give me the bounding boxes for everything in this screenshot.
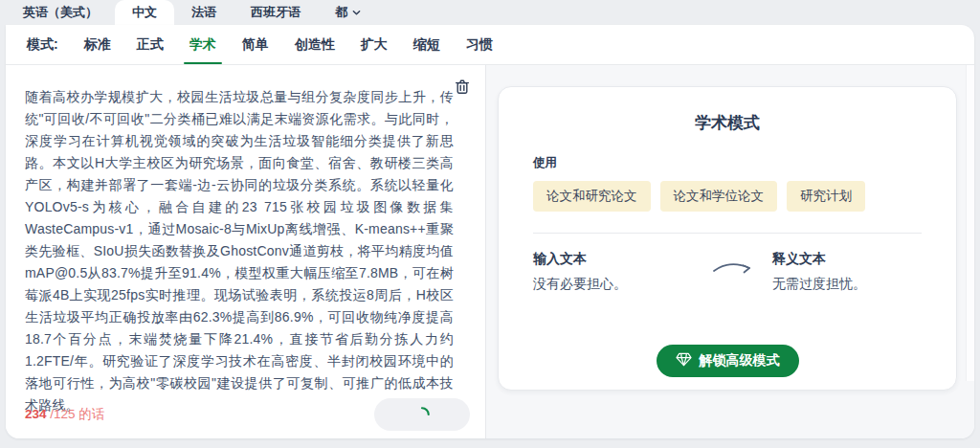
mode-custom[interactable]: 习惯 bbox=[466, 36, 493, 54]
paraphrase-button-loading[interactable] bbox=[374, 398, 470, 431]
lang-tab-label: 中文 bbox=[132, 4, 157, 21]
paraphraser-app: 英语（美式） 中文 法语 西班牙语 都 模式: 标准 正式 学术 简单 创造性 … bbox=[0, 0, 980, 448]
trash-icon bbox=[455, 78, 470, 99]
usage-tag: 论文和研究论文 bbox=[533, 181, 651, 212]
word-count-suffix: 的话 bbox=[78, 407, 104, 421]
example-row: 输入文本 没有必要担心。 释义文本 无需过度担忧。 bbox=[533, 251, 922, 293]
example-input-col: 输入文本 没有必要担心。 bbox=[533, 251, 711, 293]
gem-icon bbox=[676, 352, 692, 370]
unlock-premium-button[interactable]: 解锁高级模式 bbox=[657, 345, 799, 377]
word-count: 234 /125 的话 bbox=[25, 406, 104, 423]
card-divider bbox=[533, 233, 922, 234]
lang-tab-label: 都 bbox=[335, 4, 347, 21]
spinner-icon bbox=[413, 406, 431, 423]
mode-info-card: 学术模式 使用 论文和研究论文 论文和学位论文 研究计划 输入文本 没有必要担心… bbox=[498, 86, 957, 391]
input-text-label: 输入文本 bbox=[533, 251, 711, 268]
usage-label: 使用 bbox=[533, 155, 922, 171]
editor-pane: 随着高校办学规模扩大，校园生活垃圾总量与组分复杂度同步上升，传统"可回收/不可回… bbox=[6, 65, 486, 438]
usage-tag: 论文和学位论文 bbox=[660, 181, 778, 212]
lang-tab-french[interactable]: 法语 bbox=[174, 0, 234, 25]
delete-text-button[interactable] bbox=[453, 78, 472, 98]
mode-expand[interactable]: 扩大 bbox=[361, 36, 388, 54]
lang-tab-chinese[interactable]: 中文 bbox=[115, 0, 174, 25]
lang-tab-label: 西班牙语 bbox=[251, 4, 301, 21]
main-panel: 模式: 标准 正式 学术 简单 创造性 扩大 缩短 习惯 随着高校办学规模扩大，… bbox=[6, 25, 974, 438]
example-output-col: 释义文本 无需过度担忧。 bbox=[772, 251, 866, 293]
usage-tag-row: 论文和研究论文 论文和学位论文 研究计划 bbox=[533, 181, 922, 212]
mode-bar: 模式: 标准 正式 学术 简单 创造性 扩大 缩短 习惯 bbox=[6, 25, 974, 65]
lang-tab-all-dropdown[interactable]: 都 bbox=[318, 0, 378, 25]
mode-card-title: 学术模式 bbox=[533, 112, 922, 134]
curved-arrow-icon bbox=[711, 257, 755, 281]
unlock-button-label: 解锁高级模式 bbox=[700, 352, 780, 370]
language-tab-bar: 英语（美式） 中文 法语 西班牙语 都 bbox=[0, 0, 980, 25]
unlock-row: 解锁高级模式 bbox=[533, 345, 922, 377]
mode-academic[interactable]: 学术 bbox=[189, 36, 216, 54]
paraphrased-text-label: 释义文本 bbox=[772, 251, 866, 268]
mode-shorten[interactable]: 缩短 bbox=[413, 36, 440, 54]
mode-simple[interactable]: 简单 bbox=[242, 36, 269, 54]
word-count-current: 234 bbox=[25, 407, 47, 421]
paraphrased-text-sample: 无需过度担忧。 bbox=[772, 276, 866, 293]
mode-bar-label: 模式: bbox=[27, 36, 58, 54]
lang-tab-spanish[interactable]: 西班牙语 bbox=[234, 0, 318, 25]
usage-tag: 研究计划 bbox=[787, 181, 865, 212]
chevron-down-icon bbox=[352, 9, 361, 17]
mode-standard[interactable]: 标准 bbox=[84, 36, 111, 54]
input-text-sample: 没有必要担心。 bbox=[533, 276, 711, 293]
mode-formal[interactable]: 正式 bbox=[137, 36, 164, 54]
mode-info-pane: 学术模式 使用 论文和研究论文 论文和学位论文 研究计划 输入文本 没有必要担心… bbox=[486, 65, 974, 438]
scrollbar-track[interactable] bbox=[966, 65, 974, 381]
lang-tab-english-us[interactable]: 英语（美式） bbox=[6, 0, 115, 25]
word-count-limit: /125 bbox=[50, 407, 75, 421]
lang-tab-label: 法语 bbox=[191, 4, 216, 21]
input-text-area[interactable]: 随着高校办学规模扩大，校园生活垃圾总量与组分复杂度同步上升，传统"可回收/不可回… bbox=[25, 86, 454, 416]
content-split: 随着高校办学规模扩大，校园生活垃圾总量与组分复杂度同步上升，传统"可回收/不可回… bbox=[6, 65, 974, 438]
lang-tab-label: 英语（美式） bbox=[23, 4, 98, 21]
mode-creative[interactable]: 创造性 bbox=[295, 36, 335, 54]
